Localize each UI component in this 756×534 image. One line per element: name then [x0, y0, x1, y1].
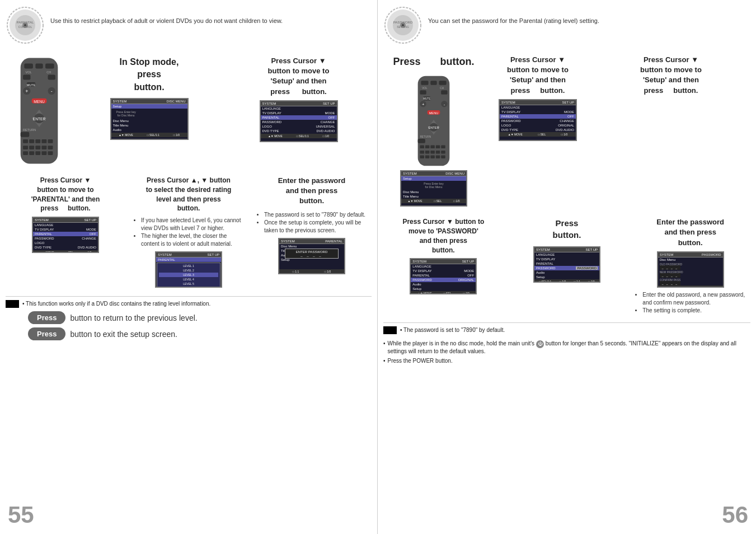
svg-rect-8: [24, 64, 33, 69]
right-step4-box: Pressbutton. SYSTEMSET UP LANGUAGE TV DI…: [507, 215, 627, 318]
svg-rect-30: [21, 132, 30, 137]
svg-rect-35: [48, 139, 53, 143]
password-change-screen: SYSTEMPASSWORD Disc Menu OLD PASSWORD _ …: [657, 251, 724, 288]
step3-box: Press Cursor ▼button to move to'PARENTAL…: [6, 174, 125, 292]
step1-box: In Stop mode,pressbutton. SYSTEMDISC MEN…: [76, 53, 222, 169]
svg-text:VOL: VOL: [422, 87, 428, 90]
press-action-1: button to return to the previous level.: [70, 313, 197, 322]
left-page-number: 55: [8, 502, 34, 528]
svg-rect-10: [45, 64, 54, 69]
svg-rect-60: [441, 90, 447, 95]
right-step1-text: Press button.: [386, 55, 482, 69]
svg-text:CONTROL: CONTROL: [18, 25, 32, 29]
svg-text:PARENTAL: PARENTAL: [17, 21, 34, 24]
step1-text: In Stop mode,pressbutton.: [79, 56, 219, 93]
step3-text: Press Cursor ▼button to move to'PARENTAL…: [8, 176, 123, 213]
right-step2-box: Press Cursor ▼button to move to'Setup' a…: [487, 53, 588, 210]
bullet-1: •: [383, 340, 386, 346]
svg-text:-: -: [51, 88, 53, 94]
svg-rect-55: [430, 81, 436, 85]
remote-control-left: VOL CH MUTE + - MENU: [6, 53, 73, 169]
svg-rect-38: [35, 146, 40, 149]
right-step3-text: Press Cursor ▼ button tomove to 'PASSWOR…: [386, 217, 501, 255]
bullet-2: •: [383, 358, 386, 364]
left-page: PARENTAL CONTROL Use this to restrict pl…: [0, 0, 378, 534]
svg-rect-13: [23, 75, 30, 80]
step4-notes: If you have selected Level 6, you cannot…: [131, 216, 246, 249]
step4-box: Press Cursor ▲, ▼ buttonto select the de…: [129, 174, 248, 292]
press-row-1: Press button to return to the previous l…: [28, 311, 372, 324]
press-button-2[interactable]: Press: [28, 327, 65, 340]
right-step2-text: Press Cursor ▼button to move to'Setup' a…: [490, 55, 586, 96]
svg-rect-14: [48, 75, 55, 80]
right-step5-text: Enter the passwordand then pressbutton.: [632, 217, 748, 248]
setup-screen-1: SYSTEMSET UP LANGUAGE TV DISPLAYMODE PAR…: [260, 100, 338, 142]
right-step1-box: Press button. VOL CH MUTE +: [383, 53, 484, 210]
password-select-screen: SYSTEMSET UP LANGUAGE TV DISPLAY PARENTA…: [533, 246, 600, 283]
parental-screen: SYSTEMSET UP LANGUAGE TV DISPLAYMODE PAR…: [32, 217, 99, 253]
step2-text: Press Cursor ▼button to move to'Setup' a…: [229, 56, 368, 97]
right-step3-box: Press Cursor ▼ button tomove to 'PASSWOR…: [383, 215, 504, 318]
svg-rect-78: [425, 146, 430, 149]
right-page-number: 56: [722, 502, 748, 528]
step2-box: Press Cursor ▼button to move to'Setup' a…: [226, 53, 372, 169]
svg-rect-59: [420, 90, 426, 95]
press-section: Press button to return to the previous l…: [6, 311, 372, 340]
svg-text:ENTER: ENTER: [428, 126, 439, 129]
right-header-text: You can set the password for the Parenta…: [428, 6, 599, 25]
page-layout: PARENTAL CONTROL Use this to restrict pl…: [0, 0, 756, 534]
svg-rect-33: [35, 139, 40, 143]
svg-text:PASSWORD: PASSWORD: [393, 21, 413, 24]
black-square-right-icon: [383, 326, 397, 334]
right-setup-screen: SYSTEMSET UP LANGUAGE TV DISPLAYMODE PAR…: [499, 99, 577, 141]
left-header: PARENTAL CONTROL Use this to restrict pl…: [6, 6, 372, 45]
bottom-note-1-text: While the player is in the no disc mode,…: [388, 340, 750, 354]
svg-rect-39: [41, 146, 46, 149]
svg-rect-36: [23, 146, 28, 149]
svg-rect-9: [35, 64, 43, 69]
right-page: PASSWORD SETTING You can set the passwor…: [378, 0, 756, 534]
remote-right: VOL CH MUTE + - MENU: [408, 73, 459, 168]
svg-text:MENU: MENU: [429, 111, 439, 115]
press-row-2: Press button to exit the setup screen.: [28, 327, 372, 340]
svg-rect-91: [441, 156, 445, 159]
svg-text:MUTE: MUTE: [27, 83, 36, 87]
svg-text:MUTE: MUTE: [423, 97, 430, 100]
bottom-note-text: This function works only if a DVD disc c…: [22, 300, 210, 308]
svg-rect-34: [41, 139, 46, 143]
bottom-note-1: • While the player is in the no disc mod…: [383, 339, 750, 356]
svg-rect-79: [430, 146, 435, 149]
press-button-1[interactable]: Press: [28, 311, 65, 324]
default-password-note: The password is set to "7890" by default…: [400, 326, 505, 334]
svg-rect-85: [436, 151, 440, 154]
svg-text:CH: CH: [46, 71, 51, 74]
right-step5-box: Enter the passwordand then pressbutton. …: [630, 215, 750, 318]
svg-rect-81: [441, 146, 445, 149]
svg-rect-87: [420, 156, 424, 159]
password-nav-screen: SYSTEMSET UP LANGUAGE TV DISPLAYMODE PAR…: [410, 258, 477, 294]
disc-icon-right: PASSWORD SETTING: [383, 6, 422, 45]
svg-rect-90: [436, 156, 440, 159]
right-step2-continued: Press Cursor ▼button to move to'Setup' a…: [591, 53, 750, 210]
svg-rect-84: [430, 151, 435, 154]
svg-text:VOL: VOL: [26, 71, 32, 74]
svg-text:ENTER: ENTER: [33, 117, 46, 121]
right-step5-notes: Enter the old password, a new password, …: [632, 290, 748, 316]
svg-rect-86: [441, 151, 445, 154]
default-pw-section: The password is set to "7890" by default…: [383, 322, 750, 334]
svg-rect-31: [23, 139, 28, 143]
press-action-2: button to exit the setup screen.: [70, 330, 177, 339]
stop-mode-screen: SYSTEMDISC MENU Setup Press Enter keyfor…: [110, 98, 189, 140]
svg-rect-43: [35, 151, 40, 155]
svg-rect-42: [29, 151, 34, 155]
svg-text:RETURN: RETURN: [420, 135, 431, 138]
black-square-icon: [6, 300, 19, 308]
svg-text:RETURN: RETURN: [23, 128, 36, 132]
password-enter-screen: SYSTEMPARENTAL Disc Menu Title Menu Audi…: [278, 238, 345, 274]
svg-rect-76: [418, 139, 425, 143]
right-bottom-notes: • While the player is in the no disc mod…: [383, 339, 750, 366]
step5-text: Enter the passwordand then pressbutton.: [254, 176, 369, 207]
svg-rect-40: [48, 146, 53, 149]
step5-box: Enter the passwordand then pressbutton. …: [252, 174, 372, 292]
right-header: PASSWORD SETTING You can set the passwor…: [383, 6, 750, 45]
